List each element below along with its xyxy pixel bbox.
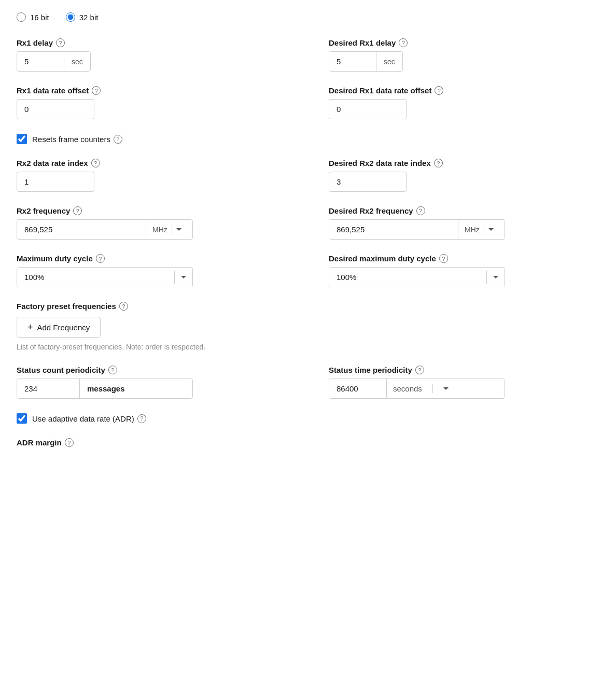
max-duty-cycle-value[interactable]: 100%	[17, 268, 174, 287]
rx2-frequency-input-group: MHz	[17, 219, 193, 240]
rx1-data-rate-offset-row: Rx1 data rate offset ? Desired Rx1 data …	[17, 86, 599, 119]
radio-option-32bit[interactable]: 32 bit	[66, 12, 99, 22]
radio-32bit[interactable]	[66, 12, 75, 22]
desired-rx2-frequency-chevron-icon	[488, 228, 494, 231]
max-duty-cycle-help-icon[interactable]: ?	[96, 254, 105, 263]
desired-rx2-data-rate-index-label: Desired Rx2 data rate index ?	[329, 159, 599, 167]
divider	[172, 225, 172, 234]
desired-rx2-data-rate-index-help-icon[interactable]: ?	[434, 159, 443, 167]
status-time-periodicity-dropdown[interactable]: seconds	[386, 379, 505, 398]
rx1-data-rate-offset-help-icon[interactable]: ?	[92, 86, 101, 95]
status-time-periodicity-input-group: seconds	[329, 379, 505, 399]
desired-max-duty-cycle-arrow[interactable]	[487, 268, 505, 287]
add-frequency-label: Add Frequency	[37, 323, 90, 332]
rx2-frequency-input[interactable]	[17, 220, 146, 239]
rx2-frequency-row: Rx2 frequency ? MHz Desired Rx2 frequenc…	[17, 206, 599, 240]
rx1-delay-input-group: sec	[17, 51, 91, 72]
desired-max-duty-cycle-help-icon[interactable]: ?	[439, 254, 448, 263]
resets-frame-counters-checkbox[interactable]	[17, 134, 27, 144]
radio-32bit-label: 32 bit	[79, 13, 99, 22]
desired-rx1-delay-help-icon[interactable]: ?	[399, 38, 408, 47]
rx2-frequency-help-icon[interactable]: ?	[73, 206, 82, 215]
rx1-data-rate-offset-group: Rx1 data rate offset ?	[17, 86, 287, 119]
max-duty-cycle-chevron-icon	[181, 276, 186, 278]
use-adr-label[interactable]: Use adaptive data rate (ADR) ?	[32, 414, 146, 423]
status-periodicity-row: Status count periodicity ? messages Stat…	[17, 366, 599, 399]
divider	[484, 225, 484, 234]
rx1-delay-unit: sec	[64, 52, 90, 71]
factory-preset-hint: List of factory-preset frequencies. Note…	[17, 343, 599, 351]
factory-preset-help-icon[interactable]: ?	[119, 302, 128, 311]
desired-rx1-delay-label: Desired Rx1 delay ?	[329, 38, 599, 47]
desired-rx2-frequency-help-icon[interactable]: ?	[416, 206, 425, 215]
use-adr-help-icon[interactable]: ?	[137, 414, 146, 423]
status-time-periodicity-input[interactable]	[329, 379, 386, 398]
rx2-data-rate-index-label: Rx2 data rate index ?	[17, 159, 287, 167]
desired-rx2-frequency-group: Desired Rx2 frequency ? MHz	[329, 206, 599, 240]
add-frequency-button[interactable]: + Add Frequency	[17, 317, 101, 338]
desired-rx1-data-rate-offset-label: Desired Rx1 data rate offset ?	[329, 86, 599, 95]
adr-margin-label: ADR margin ?	[17, 438, 599, 447]
bit-selection: 16 bit 32 bit	[17, 12, 599, 22]
status-time-periodicity-help-icon[interactable]: ?	[415, 366, 424, 374]
rx1-delay-row: Rx1 delay ? sec Desired Rx1 delay ? sec	[17, 38, 599, 72]
desired-max-duty-cycle-label: Desired maximum duty cycle ?	[329, 254, 599, 263]
status-time-periodicity-group: Status time periodicity ? seconds	[329, 366, 599, 399]
plus-icon: +	[27, 323, 33, 332]
status-count-periodicity-input[interactable]	[17, 379, 79, 398]
desired-rx2-frequency-input[interactable]	[329, 220, 458, 239]
resets-frame-counters-help-icon[interactable]: ?	[114, 135, 122, 144]
desired-rx1-data-rate-offset-group: Desired Rx1 data rate offset ?	[329, 86, 599, 119]
desired-rx2-frequency-input-group: MHz	[329, 219, 505, 240]
desired-max-duty-cycle-value[interactable]: 100%	[329, 268, 486, 287]
use-adr-checkbox[interactable]	[17, 413, 27, 424]
status-count-periodicity-label: Status count periodicity ?	[17, 366, 287, 374]
desired-max-duty-cycle-dropdown[interactable]: 100%	[329, 267, 505, 287]
desired-rx1-data-rate-offset-input[interactable]	[329, 99, 407, 119]
rx2-frequency-label: Rx2 frequency ?	[17, 206, 287, 215]
status-count-periodicity-unit: messages	[79, 379, 132, 398]
desired-rx1-delay-group: Desired Rx1 delay ? sec	[329, 38, 599, 72]
desired-max-duty-cycle-group: Desired maximum duty cycle ? 100%	[329, 254, 599, 287]
status-count-periodicity-input-group: messages	[17, 379, 193, 399]
desired-rx1-delay-input[interactable]	[329, 52, 376, 71]
status-time-periodicity-label: Status time periodicity ?	[329, 366, 599, 374]
duty-cycle-row: Maximum duty cycle ? 100% Desired maximu…	[17, 254, 599, 287]
rx1-delay-input[interactable]	[17, 52, 64, 71]
desired-max-duty-cycle-chevron-icon	[493, 276, 498, 278]
max-duty-cycle-group: Maximum duty cycle ? 100%	[17, 254, 287, 287]
rx1-delay-group: Rx1 delay ? sec	[17, 38, 287, 72]
max-duty-cycle-arrow[interactable]	[175, 268, 192, 287]
rx1-delay-label: Rx1 delay ?	[17, 38, 287, 47]
rx2-frequency-unit-dropdown[interactable]: MHz	[146, 220, 192, 239]
desired-rx2-data-rate-index-group: Desired Rx2 data rate index ?	[329, 159, 599, 192]
resets-frame-counters-row: Resets frame counters ?	[17, 134, 599, 144]
rx2-data-rate-index-row: Rx2 data rate index ? Desired Rx2 data r…	[17, 159, 599, 192]
rx2-frequency-group: Rx2 frequency ? MHz	[17, 206, 287, 240]
radio-option-16bit[interactable]: 16 bit	[17, 12, 49, 22]
radio-16bit[interactable]	[17, 12, 26, 22]
desired-rx1-delay-input-group: sec	[329, 51, 403, 72]
rx2-data-rate-index-group: Rx2 data rate index ?	[17, 159, 287, 192]
resets-frame-counters-label[interactable]: Resets frame counters ?	[32, 135, 122, 144]
rx2-data-rate-index-help-icon[interactable]: ?	[91, 159, 100, 167]
status-count-periodicity-help-icon[interactable]: ?	[108, 366, 117, 374]
desired-rx2-frequency-unit-dropdown[interactable]: MHz	[458, 220, 505, 239]
rx1-data-rate-offset-input[interactable]	[17, 99, 94, 119]
seconds-divider	[432, 384, 433, 393]
status-time-periodicity-chevron-icon	[443, 387, 449, 390]
adr-margin-help-icon[interactable]: ?	[65, 438, 74, 447]
rx1-delay-help-icon[interactable]: ?	[56, 38, 65, 47]
desired-rx2-frequency-label: Desired Rx2 frequency ?	[329, 206, 599, 215]
radio-16bit-label: 16 bit	[30, 13, 49, 22]
rx1-data-rate-offset-label: Rx1 data rate offset ?	[17, 86, 287, 95]
status-time-periodicity-unit: seconds	[393, 384, 422, 393]
factory-preset-section: Factory preset frequencies ? + Add Frequ…	[17, 302, 599, 351]
desired-rx1-data-rate-offset-help-icon[interactable]: ?	[435, 86, 443, 95]
desired-rx1-delay-unit: sec	[376, 52, 402, 71]
rx2-frequency-chevron-icon	[176, 228, 181, 231]
max-duty-cycle-dropdown[interactable]: 100%	[17, 267, 193, 287]
desired-rx2-data-rate-index-input[interactable]	[329, 172, 407, 192]
factory-preset-label: Factory preset frequencies ?	[17, 302, 599, 311]
rx2-data-rate-index-input[interactable]	[17, 172, 94, 192]
